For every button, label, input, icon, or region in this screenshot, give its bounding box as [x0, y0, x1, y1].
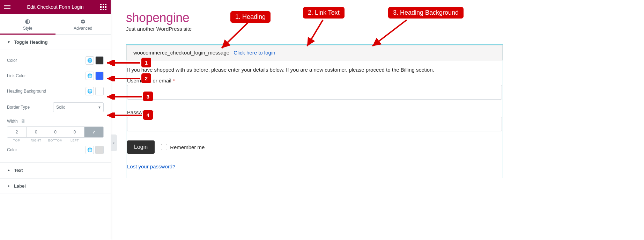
- tab-label: Advanced: [74, 26, 92, 31]
- lost-password-link[interactable]: Lost your password?: [127, 163, 175, 169]
- responsive-icon[interactable]: 🖥: [21, 118, 25, 124]
- side-label: LEFT: [65, 139, 84, 142]
- control-color: Color 🌐: [7, 53, 104, 68]
- globe-icon[interactable]: 🌐: [86, 72, 94, 80]
- control-label: Border Type: [7, 105, 30, 110]
- control-label: Width: [7, 119, 18, 124]
- menu-icon[interactable]: [4, 4, 10, 10]
- site-title: shopengine: [126, 10, 644, 25]
- login-toggle-heading: woocommerce_checkout_login_message Click…: [126, 45, 503, 60]
- preview-canvas: shopengine Just another WordPress site w…: [111, 0, 644, 240]
- side-label: RIGHT: [26, 139, 45, 142]
- control-label: Link Color: [7, 73, 26, 78]
- chevron-down-icon: ▾: [98, 105, 101, 110]
- username-input[interactable]: [127, 85, 502, 100]
- control-border-color: Color 🌐: [7, 142, 104, 158]
- chevron-right-icon: ▼: [7, 184, 10, 188]
- remember-label: Remember me: [170, 144, 205, 150]
- border-type-select[interactable]: Solid ▾: [53, 102, 104, 112]
- heading-text: woocommerce_checkout_login_message: [133, 50, 229, 56]
- login-description: If you have shopped with us before, plea…: [127, 67, 502, 73]
- globe-icon[interactable]: 🌐: [86, 146, 94, 154]
- section-text[interactable]: ▼ Text: [0, 162, 111, 178]
- chevron-right-icon: ▼: [7, 169, 10, 172]
- checkout-login-widget: woocommerce_checkout_login_message Click…: [126, 44, 503, 178]
- section-title: Toggle Heading: [14, 39, 48, 45]
- control-label: Color: [7, 58, 17, 63]
- width-inputs: [7, 126, 104, 138]
- color-swatch[interactable]: [95, 56, 104, 65]
- remember-checkbox[interactable]: [161, 144, 167, 150]
- section-title: Label: [14, 183, 26, 189]
- tab-label: Style: [23, 26, 32, 31]
- color-swatch[interactable]: [95, 87, 104, 95]
- section-label[interactable]: ▼ Label: [0, 178, 111, 194]
- control-label: Color: [7, 147, 17, 152]
- side-label: TOP: [7, 139, 26, 142]
- section-toggle-heading[interactable]: ▼ Toggle Heading: [0, 35, 111, 50]
- editor-topbar: Edit Checkout Form Login: [0, 0, 111, 14]
- globe-icon[interactable]: 🌐: [86, 87, 94, 95]
- editor-sidebar: Edit Checkout Form Login Style Advanced …: [0, 0, 111, 240]
- side-label: BOTTOM: [46, 139, 65, 142]
- toggle-heading-controls: Color 🌐 Link Color 🌐 Heading Background …: [0, 50, 111, 162]
- tab-advanced[interactable]: Advanced: [55, 14, 111, 34]
- password-input[interactable]: [127, 117, 502, 131]
- chevron-down-icon: ▼: [7, 40, 10, 44]
- remember-me[interactable]: Remember me: [161, 144, 205, 150]
- tab-style[interactable]: Style: [0, 14, 55, 34]
- topbar-title: Edit Checkout Form Login: [27, 4, 84, 10]
- panel-tabs: Style Advanced: [0, 14, 111, 35]
- globe-icon[interactable]: 🌐: [86, 56, 94, 65]
- section-title: Text: [14, 168, 23, 173]
- control-heading-background: Heading Background 🌐: [7, 83, 104, 99]
- site-tagline: Just another WordPress site: [126, 26, 644, 32]
- app-grid-icon[interactable]: [100, 4, 106, 10]
- color-swatch[interactable]: [95, 146, 104, 154]
- width-bottom-input[interactable]: [46, 127, 65, 137]
- login-button[interactable]: Login: [127, 140, 155, 154]
- control-border-type: Border Type Solid ▾: [7, 99, 104, 116]
- password-label: Password *: [127, 109, 502, 115]
- control-link-color: Link Color 🌐: [7, 68, 104, 83]
- link-values-toggle[interactable]: [84, 127, 103, 137]
- login-toggle-link[interactable]: Click here to login: [234, 50, 275, 56]
- width-top-input[interactable]: [7, 127, 26, 137]
- select-value: Solid: [56, 105, 66, 110]
- color-swatch[interactable]: [95, 72, 104, 80]
- width-left-input[interactable]: [65, 127, 84, 137]
- width-right-input[interactable]: [27, 127, 45, 137]
- control-label: Heading Background: [7, 89, 46, 94]
- username-label: Username or email *: [127, 78, 502, 83]
